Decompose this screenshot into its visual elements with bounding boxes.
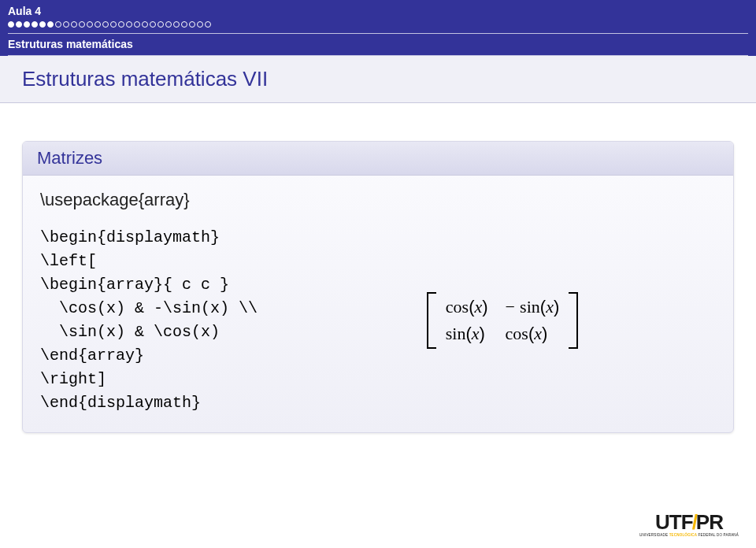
progress-dot-filled [24,21,30,28]
progress-dot-filled [47,21,54,28]
progress-dot-empty [87,21,93,28]
subsection-title: Estruturas matemáticas [8,36,748,56]
progress-dot-empty [94,21,101,28]
progress-dot-filled [8,21,14,28]
block-title: Matrizes [23,142,733,176]
progress-dot-empty [118,21,124,28]
utfpr-logo: UTF/PR UNIVERSIDADE TECNOLÓGICA FEDERAL … [639,510,739,537]
logo-subtitle: UNIVERSIDADE TECNOLÓGICA FEDERAL DO PARA… [639,533,739,537]
left-bracket-icon [427,292,436,349]
beamer-header: Aula 4 Estruturas matemáticas [0,0,756,56]
progress-dot-empty [150,21,156,28]
right-bracket-icon [569,292,578,349]
matrix-cell-12: − sin(x) [506,297,560,317]
block-body: \usepackage{array} \begin{displaymath} \… [23,176,733,432]
progress-dot-empty [134,21,140,28]
matrix-cell-21: sin(x) [446,324,488,344]
progress-dot-empty [71,21,77,28]
example-columns: \begin{displaymath} \left[ \begin{array}… [40,226,716,415]
progress-dot-empty [102,21,109,28]
block-matrizes: Matrizes \usepackage{array} \begin{displ… [22,141,734,433]
section-title: Aula 4 [8,5,748,17]
progress-dot-empty [55,21,61,28]
progress-dot-filled [32,21,38,28]
content-area: Matrizes \usepackage{array} \begin{displ… [0,103,756,433]
progress-dots [8,19,748,30]
frame-title-band: Estruturas matemáticas VII [0,56,756,103]
logo-text: UTF/PR [639,510,739,535]
header-rule [8,33,748,34]
progress-dot-empty [189,21,195,28]
usepackage-line: \usepackage{array} [40,190,716,210]
matrix-grid: cos(x) − sin(x) sin(x) cos(x) [443,292,562,349]
matrix-display: cos(x) − sin(x) sin(x) cos(x) [427,292,578,349]
progress-dot-empty [173,21,180,28]
latex-code: \begin{displaymath} \left[ \begin{array}… [40,226,258,415]
progress-dot-empty [181,21,187,28]
progress-dot-filled [39,21,46,28]
progress-dot-empty [197,21,203,28]
progress-dot-empty [63,21,69,28]
progress-dot-filled [16,21,22,28]
progress-dot-empty [110,21,117,28]
progress-dot-empty [205,21,211,28]
progress-dot-empty [79,21,85,28]
progress-dot-empty [158,21,164,28]
progress-dot-empty [165,21,172,28]
frame-title: Estruturas matemáticas VII [22,67,734,91]
matrix-cell-11: cos(x) [446,297,488,317]
matrix-cell-22: cos(x) [506,324,560,344]
rendered-output: cos(x) − sin(x) sin(x) cos(x) [289,292,716,349]
progress-dot-empty [126,21,132,28]
progress-dot-empty [142,21,148,28]
